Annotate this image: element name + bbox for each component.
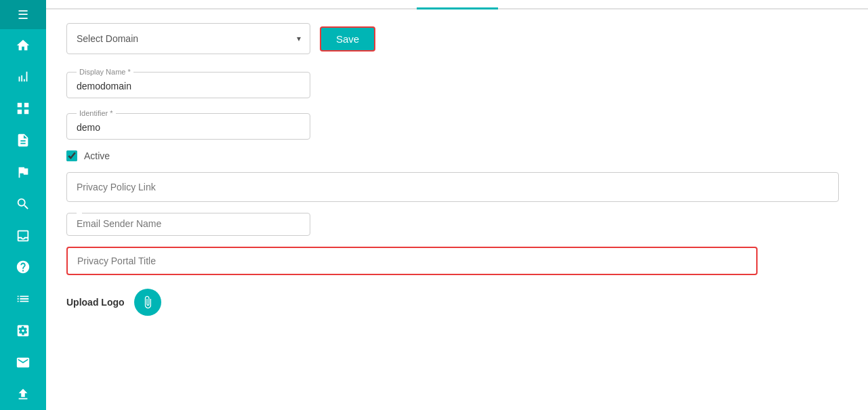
save-button[interactable]: Save bbox=[320, 26, 375, 52]
active-checkbox-row: Active bbox=[66, 150, 848, 161]
active-label: Active bbox=[84, 150, 110, 161]
flag-icon bbox=[16, 165, 30, 180]
list-icon bbox=[16, 291, 30, 306]
upload-logo-button[interactable] bbox=[134, 289, 161, 316]
upload-logo-row: Upload Logo bbox=[66, 289, 848, 316]
sidebar-item-export[interactable] bbox=[0, 378, 46, 410]
privacy-portal-title-input[interactable] bbox=[77, 255, 747, 266]
sidebar-menu-button[interactable]: ☰ bbox=[0, 0, 46, 29]
sidebar: ☰ bbox=[0, 0, 46, 410]
sidebar-item-home[interactable] bbox=[0, 29, 46, 61]
sidebar-item-grid[interactable] bbox=[0, 93, 46, 125]
export-icon bbox=[16, 387, 30, 402]
privacy-policy-link-wrapper bbox=[66, 172, 839, 202]
sidebar-item-inbox[interactable] bbox=[0, 220, 46, 251]
display-name-label: Display Name * bbox=[77, 68, 133, 76]
select-domain-wrapper: Select Domain ▾ bbox=[66, 23, 310, 54]
email-sender-input[interactable] bbox=[77, 218, 300, 229]
select-domain[interactable]: Select Domain bbox=[66, 23, 310, 54]
email-icon bbox=[16, 355, 30, 370]
sidebar-item-analytics[interactable] bbox=[0, 61, 46, 93]
inbox-icon bbox=[16, 228, 30, 243]
paperclip-icon bbox=[141, 295, 154, 309]
sidebar-item-settings[interactable] bbox=[0, 315, 46, 347]
menu-icon: ☰ bbox=[18, 9, 28, 21]
sidebar-item-document[interactable] bbox=[0, 125, 46, 157]
tab-bar bbox=[46, 0, 868, 9]
active-checkbox[interactable] bbox=[66, 150, 77, 161]
privacy-policy-link-input[interactable] bbox=[77, 182, 829, 192]
sidebar-item-list[interactable] bbox=[0, 283, 46, 315]
upload-logo-label: Upload Logo bbox=[66, 297, 125, 308]
help-icon bbox=[16, 260, 30, 274]
identifier-fieldset: Identifier * bbox=[66, 109, 310, 140]
identifier-label: Identifier * bbox=[77, 109, 116, 117]
tools-icon bbox=[16, 197, 30, 211]
privacy-portal-title-wrapper bbox=[66, 247, 758, 275]
content-area: Select Domain ▾ Save Display Name * Iden… bbox=[46, 9, 868, 410]
email-sender-fieldset bbox=[66, 213, 310, 236]
home-icon bbox=[16, 38, 30, 53]
sidebar-item-help[interactable] bbox=[0, 251, 46, 283]
display-name-fieldset: Display Name * bbox=[66, 68, 310, 98]
sidebar-item-flag[interactable] bbox=[0, 156, 46, 188]
identifier-input[interactable] bbox=[77, 122, 300, 133]
grid-icon bbox=[16, 101, 30, 116]
domain-save-row: Select Domain ▾ Save bbox=[66, 23, 848, 54]
settings-wheel-icon bbox=[16, 323, 30, 338]
active-tab-indicator bbox=[417, 7, 498, 9]
sidebar-item-tools[interactable] bbox=[0, 188, 46, 220]
display-name-input[interactable] bbox=[77, 81, 300, 91]
document-icon bbox=[16, 133, 30, 148]
sidebar-item-email[interactable] bbox=[0, 346, 46, 378]
analytics-icon bbox=[16, 69, 30, 84]
main-content: Select Domain ▾ Save Display Name * Iden… bbox=[46, 0, 868, 410]
